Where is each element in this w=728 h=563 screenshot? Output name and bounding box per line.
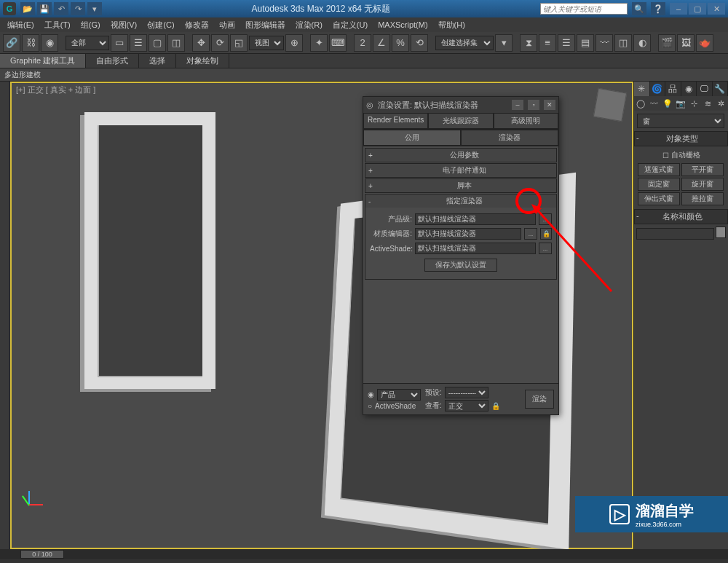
- unlink-icon[interactable]: ⛓: [22, 34, 39, 52]
- bind-icon[interactable]: ◉: [41, 34, 58, 52]
- menu-view[interactable]: 视图(V): [106, 18, 142, 32]
- rollout-email[interactable]: +电子邮件通知: [365, 164, 556, 177]
- radio-activeshade[interactable]: ○: [368, 402, 372, 410]
- save-defaults-button[interactable]: 保存为默认设置: [424, 259, 497, 272]
- rollout-assign-renderer[interactable]: -指定渲染器: [365, 194, 556, 208]
- mat-choose-button[interactable]: ...: [524, 228, 537, 240]
- btn-casement[interactable]: 平开窗: [681, 163, 724, 176]
- align-icon[interactable]: ≡: [539, 34, 556, 52]
- as-choose-button[interactable]: ...: [539, 243, 552, 254]
- close-button[interactable]: ✕: [708, 3, 725, 15]
- time-slider[interactable]: 0 / 100: [0, 549, 728, 559]
- subtab-systems-icon[interactable]: ✲: [715, 96, 728, 111]
- dialog-titlebar[interactable]: ◎ 渲染设置: 默认扫描线渲染器 – ▫ ✕: [363, 97, 558, 113]
- menu-render[interactable]: 渲染(R): [291, 18, 327, 32]
- coord-system-dropdown[interactable]: 视图: [249, 36, 284, 50]
- select-name-icon[interactable]: ☰: [130, 34, 147, 52]
- btn-pivoted[interactable]: 旋开窗: [681, 178, 724, 191]
- prod-choose-button[interactable]: ...: [539, 213, 552, 225]
- rendered-frame-icon[interactable]: 🖼: [677, 34, 695, 52]
- dialog-minimize-button[interactable]: –: [512, 100, 523, 110]
- viewcube[interactable]: [593, 88, 627, 122]
- btn-fixed[interactable]: 固定窗: [638, 178, 680, 191]
- layers-icon[interactable]: ☰: [558, 34, 575, 52]
- help-icon[interactable]: ❔: [651, 2, 665, 15]
- qat-redo-icon[interactable]: ↷: [71, 2, 85, 15]
- menu-help[interactable]: 帮助(H): [434, 18, 470, 32]
- pivot-icon[interactable]: ⊕: [285, 34, 303, 52]
- view-lock-icon[interactable]: 🔒: [491, 402, 500, 410]
- tab-create-icon[interactable]: ✳: [634, 82, 650, 96]
- app-logo[interactable]: G: [3, 2, 16, 15]
- qat-dropdown-icon[interactable]: ▾: [87, 2, 102, 15]
- scale-icon[interactable]: ◱: [230, 34, 248, 52]
- render-icon[interactable]: 🫖: [696, 34, 713, 52]
- category-dropdown[interactable]: 窗: [637, 114, 724, 128]
- schematic-icon[interactable]: ◫: [614, 34, 632, 52]
- color-swatch[interactable]: [716, 227, 726, 238]
- qat-undo-icon[interactable]: ↶: [54, 2, 68, 15]
- selset-dialog-icon[interactable]: ▾: [495, 34, 513, 52]
- manip-icon[interactable]: ✦: [310, 34, 328, 52]
- search-icon[interactable]: 🔍: [632, 2, 646, 15]
- tab-hierarchy-icon[interactable]: 品: [665, 82, 681, 96]
- menu-modifiers[interactable]: 修改器: [181, 18, 213, 32]
- tab-common[interactable]: 公用: [363, 130, 461, 146]
- menu-customize[interactable]: 自定义(U): [328, 18, 372, 32]
- snap-spinner-icon[interactable]: ⟲: [411, 34, 428, 52]
- tab-display-icon[interactable]: 🖵: [697, 82, 713, 96]
- rollout-common-params[interactable]: +公用参数: [365, 149, 556, 162]
- rollout-name-color[interactable]: -名称和颜色: [634, 209, 728, 224]
- named-selset-dropdown[interactable]: 创建选择集: [435, 36, 494, 50]
- menu-group[interactable]: 组(G): [76, 18, 105, 32]
- tab-adv-lighting[interactable]: 高级照明: [494, 113, 558, 129]
- tab-renderer[interactable]: 渲染器: [461, 130, 558, 146]
- ribbon-icon[interactable]: ▤: [577, 34, 594, 52]
- window-cross-icon[interactable]: ◫: [167, 34, 185, 52]
- material-editor-icon[interactable]: ◐: [633, 34, 651, 52]
- object-name-input[interactable]: [636, 228, 714, 240]
- subtab-cameras-icon[interactable]: 📷: [674, 96, 687, 111]
- maximize-button[interactable]: ▢: [689, 3, 706, 15]
- selection-filter-dropdown[interactable]: 全部: [66, 36, 109, 50]
- curve-editor-icon[interactable]: 〰: [596, 34, 613, 52]
- ribbon-tab-selection[interactable]: 选择: [139, 54, 176, 68]
- render-setup-icon[interactable]: 🎬: [658, 34, 676, 52]
- autogrid-checkbox[interactable]: ☐ 自动栅格: [636, 149, 726, 162]
- menu-graph[interactable]: 图形编辑器: [241, 18, 290, 32]
- menu-animation[interactable]: 动画: [215, 18, 240, 32]
- snap-angle-icon[interactable]: ∠: [373, 34, 390, 52]
- render-button[interactable]: 渲染: [525, 390, 554, 409]
- minimize-button[interactable]: –: [670, 3, 687, 15]
- view-dropdown[interactable]: 正交: [445, 400, 488, 412]
- viewport-label[interactable]: [+] 正交 [ 真实 + 边面 ]: [16, 84, 95, 95]
- subtab-geom-icon[interactable]: ◯: [634, 96, 647, 111]
- help-search-input[interactable]: [540, 3, 628, 15]
- subtab-space-icon[interactable]: ≋: [701, 96, 714, 111]
- link-icon[interactable]: 🔗: [3, 34, 20, 52]
- move-icon[interactable]: ✥: [192, 34, 210, 52]
- time-slider-handle[interactable]: 0 / 100: [20, 550, 64, 559]
- dialog-close-button[interactable]: ✕: [544, 100, 555, 110]
- btn-awning[interactable]: 遮篷式窗: [638, 163, 680, 176]
- menu-create[interactable]: 创建(C): [143, 18, 178, 32]
- rotate-icon[interactable]: ⟳: [211, 34, 229, 52]
- tab-render-elements[interactable]: Render Elements: [363, 113, 428, 129]
- qat-open-icon[interactable]: 📂: [20, 2, 35, 15]
- subtab-shapes-icon[interactable]: 〰: [647, 96, 660, 111]
- ribbon-tab-freeform[interactable]: 自由形式: [86, 54, 139, 68]
- production-dropdown[interactable]: 产品: [377, 389, 421, 401]
- lock-icon[interactable]: 🔒: [540, 228, 552, 240]
- rollout-script[interactable]: +脚本: [365, 179, 556, 192]
- radio-production[interactable]: ◉: [368, 390, 374, 398]
- snap-2d-icon[interactable]: 2: [354, 34, 371, 52]
- menu-tools[interactable]: 工具(T): [40, 18, 75, 32]
- rollout-object-type[interactable]: -对象类型: [634, 131, 728, 146]
- qat-save-icon[interactable]: 💾: [37, 2, 52, 15]
- time-ruler[interactable]: 0510152025303540455055606570758085909510…: [0, 559, 728, 563]
- region-rect-icon[interactable]: ▢: [149, 34, 166, 52]
- keyboard-icon[interactable]: ⌨: [329, 34, 347, 52]
- subtab-helpers-icon[interactable]: ⊹: [688, 96, 701, 111]
- select-icon[interactable]: ▭: [111, 34, 128, 52]
- preset-dropdown[interactable]: -------------: [445, 387, 488, 398]
